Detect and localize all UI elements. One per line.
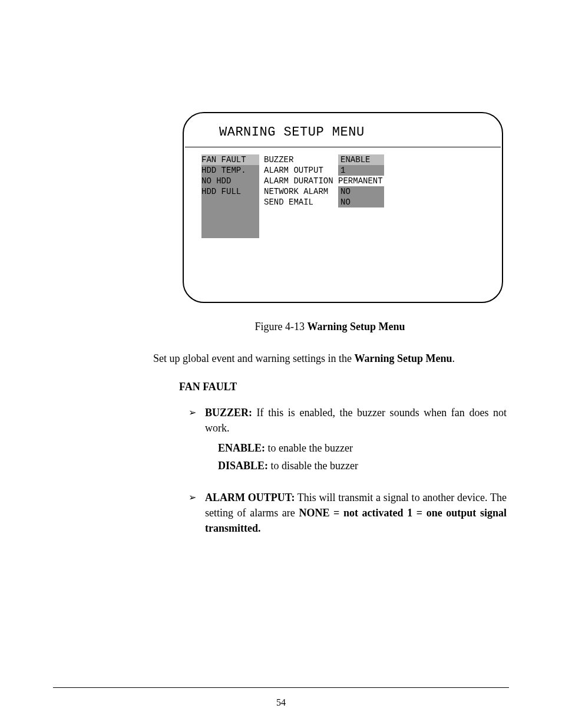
row-value: 1 xyxy=(338,165,384,176)
screenshot-right-column: BUZZER ENABLE ALARM OUTPUT 1 ALARM DURAT… xyxy=(259,154,384,207)
enable-text: to enable the buzzer xyxy=(265,442,353,454)
enable-label: ENABLE: xyxy=(218,442,265,454)
left-item: HDD TEMP. xyxy=(201,166,246,175)
buzzer-item: ➢ BUZZER: If this is enabled, the buzzer… xyxy=(189,405,507,436)
figure-bold: Warning Setup Menu xyxy=(307,321,405,332)
footer-rule xyxy=(53,687,509,688)
intro-tail: . xyxy=(452,353,455,364)
figure-caption: Figure 4-13 Warning Setup Menu xyxy=(153,321,507,333)
row-label: ALARM DURATION xyxy=(264,176,333,186)
row-value: ENABLE xyxy=(338,154,384,165)
warning-setup-screenshot: WARNING SETUP MENU FAN FAULT HDD TEMP. N… xyxy=(183,112,503,303)
row-value: NO xyxy=(338,197,384,207)
screenshot-left-column: FAN FAULT HDD TEMP. NO HDD HDD FULL xyxy=(201,154,259,238)
buzzer-label: BUZZER: xyxy=(205,407,252,419)
alarm-output-item: ➢ ALARM OUTPUT: This will transmit a sig… xyxy=(189,490,507,536)
left-item-selected: FAN FAULT xyxy=(201,154,259,165)
left-item: HDD FULL xyxy=(201,187,241,196)
row-label: SEND EMAIL xyxy=(264,197,313,207)
intro-bold: Warning Setup Menu xyxy=(354,353,452,364)
row-value: NO xyxy=(338,186,384,197)
alarm-output-text: ALARM OUTPUT: This will transmit a signa… xyxy=(205,490,507,536)
fan-fault-heading: FAN FAULT xyxy=(179,381,509,393)
bullet-icon: ➢ xyxy=(189,490,205,505)
buzzer-text: BUZZER: If this is enabled, the buzzer s… xyxy=(205,405,507,436)
row-value-plain: PERMANENT xyxy=(338,176,383,186)
disable-row: DISABLE: to disable the buzzer xyxy=(218,458,507,473)
row-label: NETWORK ALARM xyxy=(264,187,328,196)
intro-paragraph: Set up global event and warning settings… xyxy=(153,351,507,366)
row-label: ALARM OUTPUT xyxy=(264,166,323,175)
bullet-icon: ➢ xyxy=(189,405,205,420)
figure-prefix: Figure 4-13 xyxy=(254,321,307,332)
screenshot-title: WARNING SETUP MENU xyxy=(184,113,502,147)
alarm-output-label: ALARM OUTPUT: xyxy=(205,492,295,503)
disable-text: to disable the buzzer xyxy=(268,460,358,472)
screenshot-body: FAN FAULT HDD TEMP. NO HDD HDD FULL BUZZ… xyxy=(184,147,502,238)
page-number: 54 xyxy=(0,697,562,708)
left-item: NO HDD xyxy=(201,176,231,186)
intro-text: Set up global event and warning settings… xyxy=(153,353,354,364)
enable-row: ENABLE: to enable the buzzer xyxy=(218,440,507,456)
row-label: BUZZER xyxy=(264,155,293,164)
disable-label: DISABLE: xyxy=(218,460,268,472)
alarm-output-none: NONE = not activated xyxy=(299,507,403,519)
